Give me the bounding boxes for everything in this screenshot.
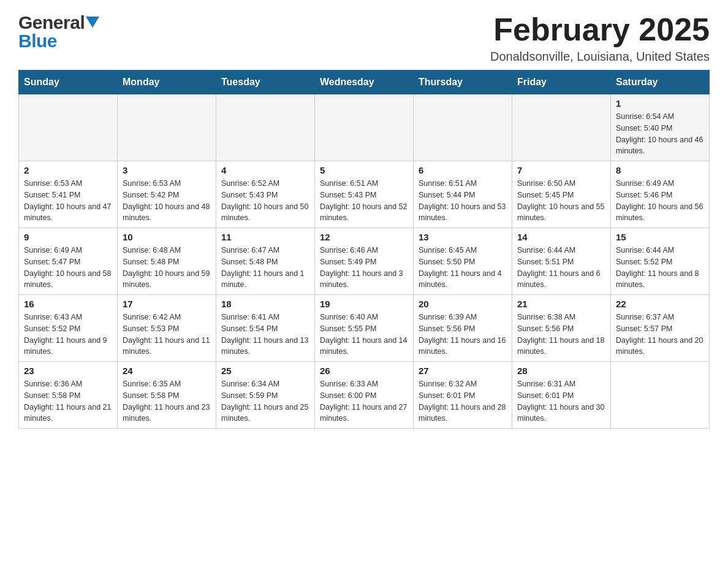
day-info: Sunrise: 6:37 AM Sunset: 5:57 PM Dayligh… xyxy=(616,312,704,358)
calendar-cell: 8Sunrise: 6:49 AM Sunset: 5:46 PM Daylig… xyxy=(611,161,710,228)
day-info: Sunrise: 6:48 AM Sunset: 5:48 PM Dayligh… xyxy=(123,245,211,291)
calendar-cell: 11Sunrise: 6:47 AM Sunset: 5:48 PM Dayli… xyxy=(216,228,315,295)
calendar-cell xyxy=(19,94,118,161)
day-number: 16 xyxy=(24,299,112,309)
day-info: Sunrise: 6:41 AM Sunset: 5:54 PM Dayligh… xyxy=(221,312,309,358)
day-info: Sunrise: 6:36 AM Sunset: 5:58 PM Dayligh… xyxy=(24,378,112,424)
day-info: Sunrise: 6:49 AM Sunset: 5:47 PM Dayligh… xyxy=(24,245,112,291)
day-number: 20 xyxy=(419,299,507,309)
day-info: Sunrise: 6:47 AM Sunset: 5:48 PM Dayligh… xyxy=(221,245,309,291)
day-info: Sunrise: 6:32 AM Sunset: 6:01 PM Dayligh… xyxy=(419,378,507,424)
logo-blue-text: Blue xyxy=(18,31,99,52)
day-number: 25 xyxy=(221,366,309,376)
header-row: SundayMondayTuesdayWednesdayThursdayFrid… xyxy=(19,71,710,94)
calendar-cell: 4Sunrise: 6:52 AM Sunset: 5:43 PM Daylig… xyxy=(216,161,315,228)
day-number: 19 xyxy=(320,299,408,309)
calendar-cell: 27Sunrise: 6:32 AM Sunset: 6:01 PM Dayli… xyxy=(414,362,512,429)
calendar-week-4: 16Sunrise: 6:43 AM Sunset: 5:52 PM Dayli… xyxy=(19,295,710,362)
calendar-cell: 2Sunrise: 6:53 AM Sunset: 5:41 PM Daylig… xyxy=(19,161,118,228)
weekday-header-friday: Friday xyxy=(512,71,611,94)
day-number: 13 xyxy=(419,232,507,242)
day-number: 3 xyxy=(123,165,211,175)
calendar-cell xyxy=(118,94,216,161)
calendar-table: SundayMondayTuesdayWednesdayThursdayFrid… xyxy=(18,70,710,429)
calendar-cell: 21Sunrise: 6:38 AM Sunset: 5:56 PM Dayli… xyxy=(512,295,611,362)
day-number: 23 xyxy=(24,366,112,376)
day-number: 9 xyxy=(24,232,112,242)
calendar-cell: 18Sunrise: 6:41 AM Sunset: 5:54 PM Dayli… xyxy=(216,295,315,362)
day-number: 10 xyxy=(123,232,211,242)
calendar-cell: 25Sunrise: 6:34 AM Sunset: 5:59 PM Dayli… xyxy=(216,362,315,429)
calendar-cell: 17Sunrise: 6:42 AM Sunset: 5:53 PM Dayli… xyxy=(118,295,216,362)
day-number: 5 xyxy=(320,165,408,175)
calendar-week-2: 2Sunrise: 6:53 AM Sunset: 5:41 PM Daylig… xyxy=(19,161,710,228)
calendar-cell xyxy=(315,94,414,161)
calendar-cell: 12Sunrise: 6:46 AM Sunset: 5:49 PM Dayli… xyxy=(315,228,414,295)
day-number: 8 xyxy=(616,165,704,175)
calendar-cell: 24Sunrise: 6:35 AM Sunset: 5:58 PM Dayli… xyxy=(118,362,216,429)
page-title: February 2025 xyxy=(490,12,710,47)
day-number: 26 xyxy=(320,366,408,376)
day-info: Sunrise: 6:53 AM Sunset: 5:41 PM Dayligh… xyxy=(24,178,112,224)
calendar-cell: 9Sunrise: 6:49 AM Sunset: 5:47 PM Daylig… xyxy=(19,228,118,295)
day-number: 28 xyxy=(517,366,605,376)
day-info: Sunrise: 6:35 AM Sunset: 5:58 PM Dayligh… xyxy=(123,378,211,424)
day-info: Sunrise: 6:40 AM Sunset: 5:55 PM Dayligh… xyxy=(320,312,408,358)
logo-triangle-icon xyxy=(86,17,99,30)
day-info: Sunrise: 6:44 AM Sunset: 5:52 PM Dayligh… xyxy=(616,245,704,291)
svg-marker-0 xyxy=(86,17,99,28)
calendar-body: 1Sunrise: 6:54 AM Sunset: 5:40 PM Daylig… xyxy=(19,94,710,429)
day-info: Sunrise: 6:42 AM Sunset: 5:53 PM Dayligh… xyxy=(123,312,211,358)
day-number: 21 xyxy=(517,299,605,309)
calendar-cell: 26Sunrise: 6:33 AM Sunset: 6:00 PM Dayli… xyxy=(315,362,414,429)
calendar-cell: 3Sunrise: 6:53 AM Sunset: 5:42 PM Daylig… xyxy=(118,161,216,228)
day-info: Sunrise: 6:51 AM Sunset: 5:44 PM Dayligh… xyxy=(419,178,507,224)
day-info: Sunrise: 6:46 AM Sunset: 5:49 PM Dayligh… xyxy=(320,245,408,291)
calendar-cell: 10Sunrise: 6:48 AM Sunset: 5:48 PM Dayli… xyxy=(118,228,216,295)
day-number: 17 xyxy=(123,299,211,309)
calendar-cell: 20Sunrise: 6:39 AM Sunset: 5:56 PM Dayli… xyxy=(414,295,512,362)
day-info: Sunrise: 6:53 AM Sunset: 5:42 PM Dayligh… xyxy=(123,178,211,224)
day-info: Sunrise: 6:44 AM Sunset: 5:51 PM Dayligh… xyxy=(517,245,605,291)
calendar-cell xyxy=(512,94,611,161)
day-info: Sunrise: 6:34 AM Sunset: 5:59 PM Dayligh… xyxy=(221,378,309,424)
day-number: 12 xyxy=(320,232,408,242)
day-number: 1 xyxy=(616,98,704,109)
calendar-cell: 16Sunrise: 6:43 AM Sunset: 5:52 PM Dayli… xyxy=(19,295,118,362)
calendar-cell: 1Sunrise: 6:54 AM Sunset: 5:40 PM Daylig… xyxy=(611,94,710,161)
day-number: 15 xyxy=(616,232,704,242)
calendar-cell xyxy=(414,94,512,161)
weekday-header-monday: Monday xyxy=(118,71,216,94)
logo-general-line: General xyxy=(18,12,99,33)
day-info: Sunrise: 6:51 AM Sunset: 5:43 PM Dayligh… xyxy=(320,178,408,224)
weekday-header-thursday: Thursday xyxy=(414,71,512,94)
weekday-header-saturday: Saturday xyxy=(611,71,710,94)
page-header: General Blue February 2025 Donaldsonvill… xyxy=(18,12,710,64)
day-number: 22 xyxy=(616,299,704,309)
day-info: Sunrise: 6:43 AM Sunset: 5:52 PM Dayligh… xyxy=(24,312,112,358)
weekday-header-wednesday: Wednesday xyxy=(315,71,414,94)
day-info: Sunrise: 6:52 AM Sunset: 5:43 PM Dayligh… xyxy=(221,178,309,224)
logo: General Blue xyxy=(18,12,99,52)
calendar-cell: 19Sunrise: 6:40 AM Sunset: 5:55 PM Dayli… xyxy=(315,295,414,362)
day-number: 2 xyxy=(24,165,112,175)
calendar-cell xyxy=(611,362,710,429)
day-info: Sunrise: 6:38 AM Sunset: 5:56 PM Dayligh… xyxy=(517,312,605,358)
calendar-week-5: 23Sunrise: 6:36 AM Sunset: 5:58 PM Dayli… xyxy=(19,362,710,429)
calendar-cell xyxy=(216,94,315,161)
calendar-week-1: 1Sunrise: 6:54 AM Sunset: 5:40 PM Daylig… xyxy=(19,94,710,161)
calendar-cell: 28Sunrise: 6:31 AM Sunset: 6:01 PM Dayli… xyxy=(512,362,611,429)
weekday-header-sunday: Sunday xyxy=(19,71,118,94)
day-info: Sunrise: 6:49 AM Sunset: 5:46 PM Dayligh… xyxy=(616,178,704,224)
calendar-cell: 15Sunrise: 6:44 AM Sunset: 5:52 PM Dayli… xyxy=(611,228,710,295)
calendar-cell: 6Sunrise: 6:51 AM Sunset: 5:44 PM Daylig… xyxy=(414,161,512,228)
calendar-week-3: 9Sunrise: 6:49 AM Sunset: 5:47 PM Daylig… xyxy=(19,228,710,295)
title-block: February 2025 Donaldsonville, Louisiana,… xyxy=(490,12,710,64)
calendar-cell: 22Sunrise: 6:37 AM Sunset: 5:57 PM Dayli… xyxy=(611,295,710,362)
day-number: 6 xyxy=(419,165,507,175)
day-number: 7 xyxy=(517,165,605,175)
day-info: Sunrise: 6:54 AM Sunset: 5:40 PM Dayligh… xyxy=(616,111,704,157)
day-number: 11 xyxy=(221,232,309,242)
calendar-header: SundayMondayTuesdayWednesdayThursdayFrid… xyxy=(19,71,710,94)
day-number: 14 xyxy=(517,232,605,242)
